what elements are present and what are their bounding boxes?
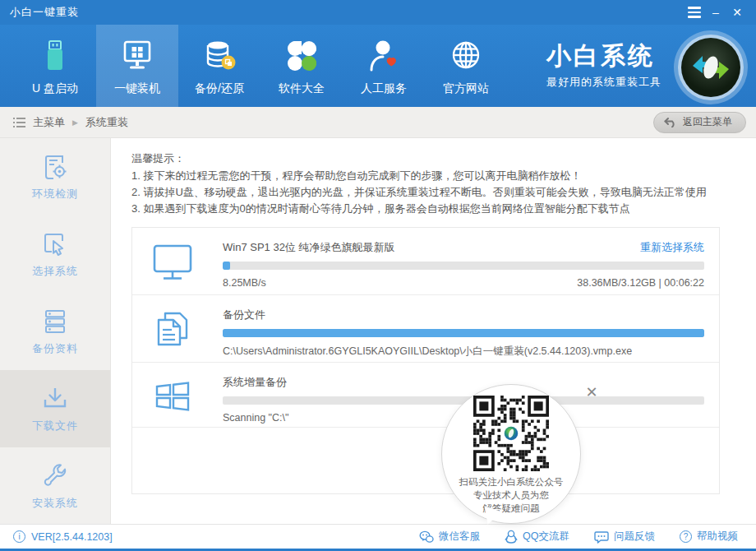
scan-status: Scanning "C:\" xyxy=(223,412,288,424)
breadcrumb-current: 系统重装 xyxy=(85,115,128,130)
back-button-label: 返回主菜单 xyxy=(683,115,732,129)
qr-caption: 扫码关注小白系统公众号 专业技术人员为您 解答疑难问题 xyxy=(459,475,564,515)
sidebar-item-select-system[interactable]: 选择系统 xyxy=(0,215,110,293)
qr-caption-line: 解答疑难问题 xyxy=(459,502,564,515)
nav-item-human-support[interactable]: 人工服务 xyxy=(343,25,425,107)
qr-popup-close-icon[interactable]: ✕ xyxy=(583,383,601,401)
sidebar-item-label: 安装系统 xyxy=(32,496,78,511)
tips-line: 1. 接下来的过程无需您的干预，程序会帮助您自动完成剩下的步骤，您可以离开电脑稍… xyxy=(131,168,720,184)
clover-apps-icon xyxy=(284,38,320,74)
back-arrow-icon xyxy=(664,117,677,127)
version-text: VER[2.5.44.1203] xyxy=(31,531,113,543)
breadcrumb: 主菜单 ▶ 系统重装 返回主菜单 xyxy=(0,107,756,138)
list-icon xyxy=(13,118,25,127)
nav-item-software-center[interactable]: 软件大全 xyxy=(260,25,343,107)
qr-caption-line: 扫码关注小白系统公众号 xyxy=(459,475,564,488)
task-row-backup-file: 备份文件 C:\Users\Administrator.6GYGLI5KAOYG… xyxy=(132,295,719,363)
tips-title: 温馨提示： xyxy=(131,150,720,167)
nav-item-one-click-install[interactable]: 一键装机 xyxy=(96,25,178,107)
windows-logo-icon xyxy=(150,374,195,419)
back-to-main-menu-button[interactable]: 返回主菜单 xyxy=(653,112,746,133)
brand-name: 小白系统 xyxy=(546,42,662,70)
task-body: Win7 SP1 32位 纯净绿色旗舰最新版 重新选择系统 8.25MB/s 3… xyxy=(223,228,704,289)
close-button[interactable]: ✕ xyxy=(726,3,748,21)
status-bar: i VER[2.5.44.1203] 微信客服 xyxy=(0,524,756,551)
nav-label: 一键装机 xyxy=(114,81,160,96)
qr-popup: 扫码关注小白系统公众号 专业技术人员为您 解答疑难问题 xyxy=(441,384,581,524)
progress-fill xyxy=(223,329,704,337)
menu-button[interactable] xyxy=(684,3,705,21)
monitor-windows-icon xyxy=(118,38,156,74)
nav-item-official-site[interactable]: 官方网站 xyxy=(425,25,507,107)
sidebar-item-label: 备份资料 xyxy=(32,341,78,356)
wechat-icon xyxy=(419,530,434,544)
brand-logo-icon xyxy=(673,30,749,105)
tips-block: 温馨提示： 1. 接下来的过程无需您的干预，程序会帮助您自动完成剩下的步骤，您可… xyxy=(131,150,720,217)
sidebar-item-env-check[interactable]: 环境检测 xyxy=(0,138,110,215)
tips-line: 2. 请拔掉U盘、移动硬盘，退出光驱内的光盘，并保证系统重装过程不断电。否则重装… xyxy=(131,184,720,201)
brand-block: 小白系统 最好用的系统重装工具 xyxy=(546,25,749,107)
documents-icon xyxy=(150,307,195,351)
app-title: 小白一键重装 xyxy=(10,5,79,20)
feedback-bubble-icon xyxy=(594,530,609,544)
status-links: 微信客服 QQ交流群 问题反馈 ? 帮助视频 xyxy=(419,530,738,544)
wechat-support-link[interactable]: 微信客服 xyxy=(419,530,480,544)
brand-slogan: 最好用的系统重装工具 xyxy=(546,75,662,90)
content-area: 温馨提示： 1. 接下来的过程无需您的干预，程序会帮助您自动完成剩下的步骤，您可… xyxy=(111,138,756,524)
support-person-icon xyxy=(366,38,402,74)
status-link-label: QQ交流群 xyxy=(523,530,569,544)
task-body: 备份文件 C:\Users\Administrator.6GYGLI5KAOYG… xyxy=(223,295,704,359)
sidebar: 环境检测 选择系统 备份资料 xyxy=(0,138,111,524)
sidebar-item-label: 环境检测 xyxy=(32,187,78,201)
download-size-eta: 38.36MB/3.12GB | 00:06:22 xyxy=(577,277,704,289)
nav-item-backup-restore[interactable]: 备份/还原 xyxy=(178,25,260,107)
monitor-icon xyxy=(150,239,195,284)
nav-item-usb-boot[interactable]: U 盘启动 xyxy=(14,25,96,107)
task-row-incremental-backup: 系统增量备份 Scanning "C:\" xyxy=(132,363,719,428)
nav-label: 人工服务 xyxy=(361,81,407,96)
usb-drive-icon xyxy=(37,38,73,74)
tips-line: 3. 如果遇到下载速度为0的情况时请耐心等待几分钟，服务器会自动根据您当前网络位… xyxy=(131,201,720,217)
status-link-label: 帮助视频 xyxy=(697,530,738,544)
qq-penguin-icon xyxy=(505,530,518,544)
globe-icon xyxy=(448,38,484,74)
nav-label: 备份/还原 xyxy=(195,81,244,96)
progress-bar xyxy=(223,329,704,337)
download-speed: 8.25MB/s xyxy=(223,277,266,289)
feedback-link[interactable]: 问题反馈 xyxy=(594,530,655,544)
sidebar-item-install-system[interactable]: 安装系统 xyxy=(0,447,110,525)
status-link-label: 微信客服 xyxy=(439,530,480,544)
task-title: 备份文件 xyxy=(223,308,265,322)
nav-label: U 盘启动 xyxy=(32,81,78,96)
task-title: 系统增量备份 xyxy=(223,375,287,390)
nav-label: 官方网站 xyxy=(443,81,489,96)
breadcrumb-root[interactable]: 主菜单 xyxy=(33,115,65,130)
select-system-icon xyxy=(41,230,69,258)
minimize-button[interactable]: – xyxy=(705,3,726,21)
backup-file-path: C:\Users\Administrator.6GYGLI5KAOYGIIL\D… xyxy=(223,345,632,359)
help-video-link[interactable]: ? 帮助视频 xyxy=(680,530,738,544)
sidebar-item-label: 选择系统 xyxy=(32,264,78,279)
version-block: i VER[2.5.44.1203] xyxy=(13,530,113,543)
qq-group-link[interactable]: QQ交流群 xyxy=(505,530,569,544)
env-check-icon xyxy=(41,153,69,181)
hamburger-icon xyxy=(688,7,701,18)
progress-bar xyxy=(223,262,704,270)
main-area: 环境检测 选择系统 备份资料 xyxy=(0,138,756,524)
task-row-system-download: Win7 SP1 32位 纯净绿色旗舰最新版 重新选择系统 8.25MB/s 3… xyxy=(132,228,719,295)
sidebar-item-download-files[interactable]: 下载文件 xyxy=(0,370,110,447)
progress-fill xyxy=(223,262,230,270)
nav-label: 软件大全 xyxy=(279,81,325,96)
reselect-system-link[interactable]: 重新选择系统 xyxy=(640,240,704,255)
sidebar-item-backup-data[interactable]: 备份资料 xyxy=(0,293,110,370)
breadcrumb-separator-icon: ▶ xyxy=(72,118,78,127)
database-icon xyxy=(201,38,237,74)
download-icon xyxy=(41,385,69,413)
brand-text: 小白系统 最好用的系统重装工具 xyxy=(546,42,662,90)
task-row-empty xyxy=(132,428,719,493)
qr-caption-line: 专业技术人员为您 xyxy=(459,488,564,502)
main-nav: U 盘启动 一键装机 备份/还原 xyxy=(0,25,756,107)
sidebar-item-label: 下载文件 xyxy=(32,419,78,433)
task-title: Win7 SP1 32位 纯净绿色旗舰最新版 xyxy=(223,240,395,255)
title-bar: 小白一键重装 – ✕ xyxy=(0,0,756,25)
